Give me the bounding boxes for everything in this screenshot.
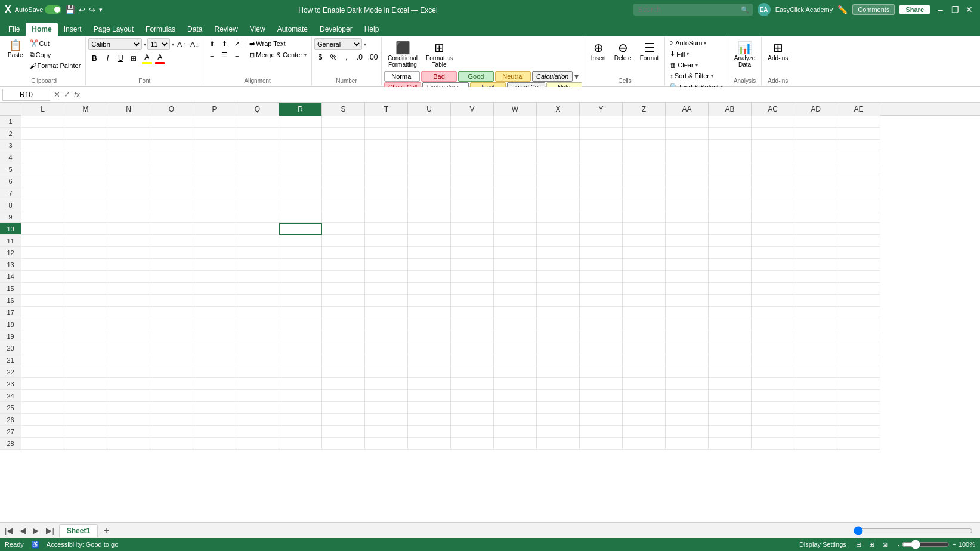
cell-U1[interactable] (408, 116, 451, 128)
font-name-select[interactable]: Calibri (88, 38, 142, 50)
styles-more-icon[interactable]: ▾ (574, 72, 579, 81)
cell-P1[interactable] (193, 116, 236, 128)
increase-font-size-icon[interactable]: A↑ (175, 38, 187, 50)
col-header-R[interactable]: R (279, 103, 322, 116)
row-number-28[interactable]: 28 (0, 438, 21, 450)
cell-N2[interactable] (107, 128, 150, 140)
tab-help[interactable]: Help (358, 23, 385, 36)
col-header-U[interactable]: U (408, 103, 451, 116)
col-header-P[interactable]: P (193, 103, 236, 116)
col-header-Y[interactable]: Y (580, 103, 623, 116)
col-header-AB[interactable]: AB (709, 103, 752, 116)
cell-AB1[interactable] (709, 116, 752, 128)
tab-insert[interactable]: Insert (58, 23, 88, 36)
tab-automate[interactable]: Automate (271, 23, 314, 36)
align-top-center-button[interactable]: ⬆ (218, 38, 230, 49)
cell-AA2[interactable] (666, 128, 709, 140)
italic-button[interactable]: I (101, 52, 113, 64)
paste-button[interactable]: 📋 Paste (5, 38, 26, 60)
cell-AD1[interactable] (794, 116, 837, 128)
undo-icon[interactable]: ↩ (79, 5, 85, 14)
row-number-12[interactable]: 12 (0, 247, 21, 259)
row-number-23[interactable]: 23 (0, 378, 21, 390)
selected-cell-R10[interactable] (279, 223, 322, 235)
formula-input[interactable] (84, 89, 978, 101)
user-avatar[interactable]: EA (758, 3, 771, 16)
cell-R2[interactable] (279, 128, 322, 140)
decrease-font-size-icon[interactable]: A↓ (188, 38, 200, 50)
cell-AE2[interactable] (837, 128, 880, 140)
row-number-1[interactable]: 1 (0, 116, 21, 128)
align-right-button[interactable]: ≡ (231, 49, 243, 60)
col-header-AC[interactable]: AC (752, 103, 794, 116)
cell-V1[interactable] (451, 116, 494, 128)
style-normal-button[interactable]: Normal (384, 71, 420, 82)
row-number-25[interactable]: 25 (0, 402, 21, 414)
align-center-button[interactable]: ☰ (218, 49, 230, 60)
cell-O2[interactable] (150, 128, 193, 140)
cell-L2[interactable] (21, 128, 64, 140)
align-left-button[interactable]: ≡ (206, 49, 218, 60)
font-color-button[interactable]: A (154, 52, 166, 64)
tab-home[interactable]: Home (26, 23, 57, 36)
format-button[interactable]: ☰ Format (636, 38, 663, 64)
analyze-data-button[interactable]: 📊 Analyze Data (731, 38, 759, 70)
row-number-27[interactable]: 27 (0, 426, 21, 438)
fill-button[interactable]: ⬇ Fill ▾ (667, 49, 691, 59)
col-header-Q[interactable]: Q (236, 103, 279, 116)
increase-decimal-button[interactable]: .0 (354, 51, 366, 63)
minimize-button[interactable]: – (935, 4, 947, 16)
merge-center-button[interactable]: ⊡ Merge & Center ▾ (247, 50, 309, 60)
horizontal-scrollbar[interactable] (854, 526, 973, 535)
cell-N1[interactable] (107, 116, 150, 128)
cell-T2[interactable] (365, 128, 408, 140)
sheet-first-button[interactable]: |◀ (2, 525, 15, 536)
sheet-next-button[interactable]: ▶ (30, 525, 41, 536)
redo-icon[interactable]: ↪ (89, 5, 95, 14)
number-format-select[interactable]: General (314, 38, 362, 50)
tab-developer[interactable]: Developer (314, 23, 358, 36)
cell-M1[interactable] (64, 116, 107, 128)
cell-U2[interactable] (408, 128, 451, 140)
grid-container[interactable]: 1 (0, 116, 980, 522)
zoom-in-icon[interactable]: + (952, 541, 956, 548)
row-number-15[interactable]: 15 (0, 283, 21, 295)
cell-AD2[interactable] (794, 128, 837, 140)
zoom-out-icon[interactable]: - (898, 541, 900, 548)
wrap-text-button[interactable]: ⇌ Wrap Text (247, 38, 287, 49)
copy-button[interactable]: ⧉ Copy (27, 49, 84, 60)
row-number-2[interactable]: 2 (0, 128, 21, 140)
tab-page-layout[interactable]: Page Layout (88, 23, 140, 36)
row-number-21[interactable]: 21 (0, 354, 21, 366)
zoom-slider[interactable] (902, 540, 950, 549)
add-sheet-button[interactable]: + (100, 524, 113, 537)
cut-button[interactable]: ✂️ Cut (27, 38, 84, 48)
align-top-left-button[interactable]: ⬆ (206, 38, 218, 49)
row-number-13[interactable]: 13 (0, 259, 21, 271)
cell-S1[interactable] (322, 116, 365, 128)
row-number-16[interactable]: 16 (0, 295, 21, 307)
row-number-26[interactable]: 26 (0, 414, 21, 426)
autosave-toggle[interactable]: AutoSave (15, 5, 62, 14)
style-bad-button[interactable]: Bad (421, 71, 457, 82)
cell-Z2[interactable] (623, 128, 666, 140)
edit-icon[interactable]: ✏️ (837, 5, 848, 14)
row-number-11[interactable]: 11 (0, 235, 21, 247)
share-button[interactable]: Share (899, 5, 930, 14)
cell-X1[interactable] (537, 116, 580, 128)
addins-button[interactable]: ⊞ Add-ins (764, 38, 792, 64)
name-box[interactable] (2, 89, 50, 101)
cell-Y1[interactable] (580, 116, 623, 128)
page-layout-view-button[interactable]: ⊞ (867, 539, 877, 550)
sort-filter-button[interactable]: ↕ Sort & Filter ▾ (667, 71, 716, 81)
row-number-6[interactable]: 6 (0, 175, 21, 187)
currency-button[interactable]: $ (314, 51, 326, 63)
align-top-right-button[interactable]: ↗ (231, 38, 243, 49)
row-number-14[interactable]: 14 (0, 271, 21, 283)
autosave-switch[interactable] (45, 5, 61, 14)
col-header-L[interactable]: L (21, 103, 64, 116)
row-number-4[interactable]: 4 (0, 151, 21, 163)
format-as-table-button[interactable]: ⊞ Format as Table (422, 38, 456, 70)
style-neutral-button[interactable]: Neutral (495, 71, 531, 82)
page-break-view-button[interactable]: ⊠ (880, 539, 891, 550)
